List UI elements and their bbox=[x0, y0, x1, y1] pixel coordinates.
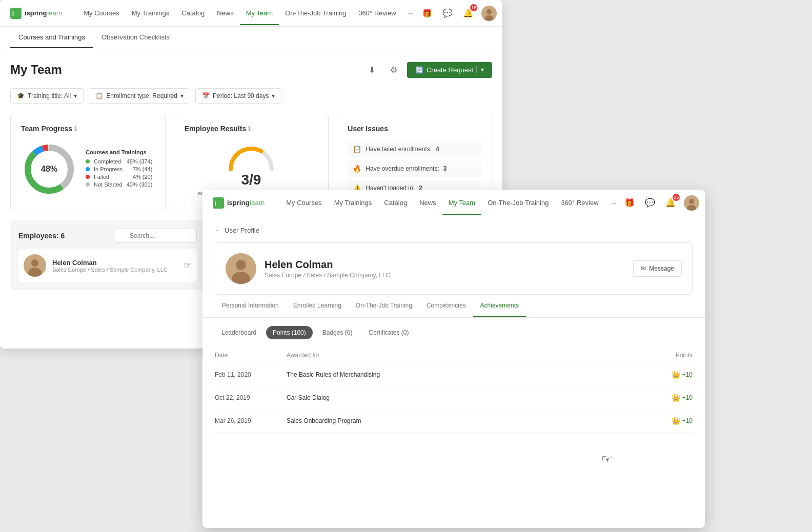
bg-subnav-observation[interactable]: Observation Checklists bbox=[93, 27, 178, 48]
fg-gift-icon[interactable]: 🎁 bbox=[622, 196, 637, 210]
fg-back-label: User Profile bbox=[225, 227, 259, 234]
fg-row2-awarded: Sales Onboarding Program bbox=[287, 417, 652, 424]
foreground-window: i ispring learn My Courses My Trainings … bbox=[202, 190, 705, 528]
issue-overdue-count: 3 bbox=[443, 165, 447, 172]
bg-nav-mycourses[interactable]: My Courses bbox=[77, 1, 125, 25]
bg-page-title: My Team bbox=[10, 63, 62, 77]
logo-ispring: ispring bbox=[25, 9, 47, 17]
bg-user-avatar[interactable] bbox=[481, 6, 497, 21]
create-btn-label: Create Request bbox=[427, 66, 473, 74]
create-btn-icon: 🔄 bbox=[415, 66, 423, 74]
fg-tab-personal[interactable]: Personal Information bbox=[215, 295, 286, 317]
bg-employee-avatar bbox=[24, 254, 46, 277]
bg-gauge-number: 3/9 bbox=[241, 172, 261, 188]
issue-failed-icon: 📋 bbox=[353, 145, 361, 153]
bg-chat-icon[interactable]: 💬 bbox=[440, 6, 455, 21]
bg-search-wrap: 🔍 bbox=[115, 229, 197, 243]
bg-filter-period[interactable]: 📅 Period: Last 90 days ▾ bbox=[195, 88, 281, 104]
bg-filter-enrollment[interactable]: 📋 Enrollment type: Required ▾ bbox=[89, 88, 190, 104]
bg-nav-otj[interactable]: On-The-Job Training bbox=[279, 1, 352, 25]
fg-profile-info: Helen Colman Sales Europe / Sales / Samp… bbox=[265, 259, 390, 279]
bg-settings-btn[interactable]: ⚙ bbox=[385, 62, 402, 78]
bg-search-input[interactable] bbox=[115, 229, 197, 243]
bg-legend-failed: Failed 4% (20) bbox=[86, 174, 152, 180]
bg-bell-icon[interactable]: 🔔 16 bbox=[461, 6, 475, 21]
fg-row0-date: Feb 11, 2020 bbox=[215, 371, 287, 378]
failed-value: 4% (20) bbox=[133, 174, 153, 180]
fg-notification-badge: 16 bbox=[673, 194, 680, 201]
fg-bell-icon[interactable]: 🔔 16 bbox=[663, 196, 678, 210]
fg-col-awarded-header: Awarded for bbox=[287, 352, 652, 359]
back-arrow-icon: ← bbox=[215, 227, 221, 234]
bg-legend-title: Courses and Trainings bbox=[86, 149, 152, 155]
fg-tab-achievements[interactable]: Achievements bbox=[473, 295, 526, 317]
fg-ach-certificates[interactable]: Certificates (0) bbox=[362, 326, 415, 339]
create-btn-arrow[interactable]: ▾ bbox=[476, 66, 484, 73]
fg-row1-date: Oct 22, 2019 bbox=[215, 394, 287, 401]
fg-nav-mycourses[interactable]: My Courses bbox=[280, 191, 328, 215]
crown-icon-2: 👑 bbox=[672, 417, 680, 425]
fg-row2-date: Mar 26, 2019 bbox=[215, 417, 287, 424]
bg-gauge-container: 3/9 employees have completed all enrollm… bbox=[185, 141, 318, 196]
bg-donut-label: 48% bbox=[41, 165, 57, 174]
fg-back-btn[interactable]: ← User Profile bbox=[215, 227, 693, 234]
svg-text:i: i bbox=[215, 199, 216, 207]
fg-row-2: Mar 26, 2019 Sales Onboarding Program 👑 … bbox=[215, 410, 693, 433]
fg-tab-enrolled[interactable]: Enrolled Learning bbox=[286, 295, 349, 317]
svg-point-19 bbox=[236, 260, 246, 270]
fg-nav-mytrainings[interactable]: My Trainings bbox=[328, 191, 378, 215]
bg-sub-nav: Courses and Trainings Observation Checkl… bbox=[0, 27, 502, 49]
bg-create-request-btn[interactable]: 🔄 Create Request ▾ bbox=[407, 62, 492, 78]
fg-tab-competencies[interactable]: Competencies bbox=[419, 295, 473, 317]
fg-nav-catalog[interactable]: Catalog bbox=[378, 191, 413, 215]
crown-icon-1: 👑 bbox=[672, 394, 680, 402]
training-filter-arrow: ▾ bbox=[74, 92, 77, 99]
fg-nav-more[interactable]: ··· bbox=[605, 191, 623, 215]
bg-employees-panel: Employees: 6 🔍 bbox=[10, 220, 205, 290]
bg-page-header: My Team ⬇ ⚙ 🔄 Create Request ▾ bbox=[10, 62, 492, 78]
completed-label: Completed bbox=[94, 158, 123, 165]
fg-nav-360[interactable]: 360° Review bbox=[555, 191, 604, 215]
inprogress-dot bbox=[86, 167, 90, 171]
fg-message-btn[interactable]: ✉ Message bbox=[633, 260, 682, 277]
bg-legend: Courses and Trainings Completed 48% (374… bbox=[86, 149, 152, 189]
fg-profile-dept: Sales Europe / Sales / Sample Company, L… bbox=[265, 272, 390, 279]
bg-navbar: i ispring learn My Courses My Trainings … bbox=[0, 0, 502, 27]
bg-subnav-courses[interactable]: Courses and Trainings bbox=[10, 27, 93, 48]
bg-filters: 🎓 Training title: All ▾ 📋 Enrollment typ… bbox=[10, 88, 492, 104]
bg-logo[interactable]: i ispring learn bbox=[10, 8, 62, 19]
bg-filter-training[interactable]: 🎓 Training title: All ▾ bbox=[10, 88, 84, 104]
bg-employee-dept: Sales Europe / Sales / Sample Company, L… bbox=[52, 267, 168, 273]
bg-nav-myteam[interactable]: My Team bbox=[240, 1, 279, 25]
bg-legend-notstarted: Not Started 40% (301) bbox=[86, 181, 152, 188]
emp-results-info-icon[interactable]: ℹ bbox=[248, 125, 251, 132]
bg-download-btn[interactable]: ⬇ bbox=[364, 62, 380, 78]
bg-nav-catalog[interactable]: Catalog bbox=[175, 1, 211, 25]
fg-col-date-header: Date bbox=[215, 352, 287, 359]
issue-failed-count: 4 bbox=[436, 146, 439, 153]
fg-table-header: Date Awarded for Points bbox=[215, 347, 693, 363]
bg-issue-failed: 📋 Have failed enrollments: 4 bbox=[348, 141, 481, 157]
bg-nav-360[interactable]: 360° Review bbox=[352, 1, 402, 25]
fg-ach-points[interactable]: Points (100) bbox=[266, 326, 313, 339]
bg-nav-more[interactable]: ··· bbox=[402, 1, 420, 25]
fg-nav-otj[interactable]: On-The-Job Training bbox=[481, 191, 555, 215]
fg-nav-news[interactable]: News bbox=[413, 191, 442, 215]
bg-employee-item[interactable]: Helen Colman Sales Europe / Sales / Samp… bbox=[18, 249, 197, 282]
fg-row0-points: 👑 +10 bbox=[652, 371, 693, 379]
fg-user-profile-header: ← User Profile Helen Colman Sales Europe… bbox=[202, 216, 705, 295]
fg-row-0: Feb 11, 2020 The Basic Rules of Merchand… bbox=[215, 363, 693, 386]
fg-ach-leaderboard[interactable]: Leaderboard bbox=[215, 326, 263, 339]
svg-point-16 bbox=[689, 199, 694, 204]
fg-tab-otj[interactable]: On-The-Job Training bbox=[349, 295, 419, 317]
fg-ach-badges[interactable]: Badges (6) bbox=[316, 326, 359, 339]
bg-team-progress-card: Team Progress ℹ bbox=[10, 114, 166, 210]
fg-nav-myteam[interactable]: My Team bbox=[442, 191, 482, 215]
team-progress-info-icon[interactable]: ℹ bbox=[74, 125, 77, 132]
bg-nav-mytrainings[interactable]: My Trainings bbox=[126, 1, 176, 25]
bg-nav-news[interactable]: News bbox=[211, 1, 240, 25]
fg-chat-icon[interactable]: 💬 bbox=[643, 196, 657, 210]
bg-gift-icon[interactable]: 🎁 bbox=[420, 6, 434, 21]
fg-user-avatar[interactable] bbox=[684, 195, 699, 211]
fg-logo[interactable]: i ispring learn bbox=[213, 197, 265, 209]
